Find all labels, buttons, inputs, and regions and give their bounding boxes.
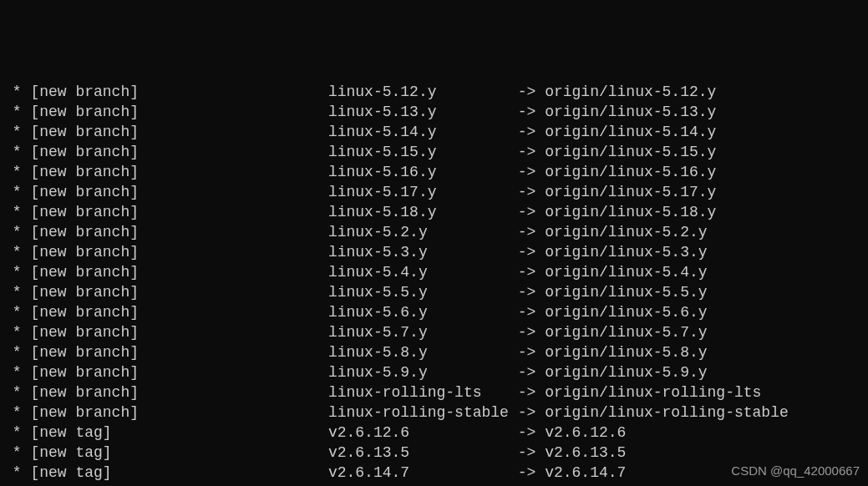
arrow-icon: ->	[518, 324, 545, 341]
output-line: * [new tag] v2.6.15.7 -> v2.6.15.7	[3, 483, 865, 486]
arrow-icon: ->	[518, 84, 545, 100]
output-line: * [new tag] v2.6.13.5 -> v2.6.13.5	[3, 443, 865, 463]
output-line: * [new branch] linux-5.13.y -> origin/li…	[3, 102, 865, 122]
ref-type: * [new branch]	[3, 144, 328, 160]
output-line: * [new branch] linux-5.18.y -> origin/li…	[3, 202, 865, 222]
output-line: * [new branch] linux-rolling-lts -> orig…	[3, 382, 865, 402]
ref-dest: origin/linux-5.2.y	[545, 224, 707, 240]
output-line: * [new branch] linux-5.14.y -> origin/li…	[3, 122, 865, 142]
ref-name: linux-5.4.y	[328, 264, 518, 281]
ref-type: * [new branch]	[3, 104, 328, 120]
ref-type: * [new branch]	[3, 364, 328, 381]
ref-name: linux-5.5.y	[328, 284, 518, 301]
ref-dest: origin/linux-5.15.y	[545, 144, 716, 160]
ref-dest: origin/linux-5.16.y	[545, 164, 716, 180]
terminal-output: * [new branch] linux-5.12.y -> origin/li…	[3, 82, 865, 486]
ref-dest: origin/linux-5.6.y	[545, 304, 707, 321]
ref-name: linux-rolling-lts	[328, 384, 518, 401]
ref-dest: origin/linux-rolling-lts	[545, 384, 761, 401]
arrow-icon: ->	[518, 384, 545, 401]
ref-name: v2.6.12.6	[328, 424, 518, 441]
ref-name: linux-5.18.y	[328, 204, 518, 220]
output-line: * [new branch] linux-5.7.y -> origin/lin…	[3, 322, 865, 342]
ref-name: linux-5.16.y	[328, 164, 518, 180]
output-line: * [new tag] v2.6.12.6 -> v2.6.12.6	[3, 423, 865, 443]
ref-dest: v2.6.13.5	[545, 444, 626, 461]
arrow-icon: ->	[518, 464, 545, 481]
ref-dest: origin/linux-5.3.y	[545, 244, 707, 261]
output-line: * [new branch] linux-5.9.y -> origin/lin…	[3, 362, 865, 382]
ref-type: * [new branch]	[3, 304, 328, 321]
arrow-icon: ->	[518, 164, 545, 180]
arrow-icon: ->	[518, 424, 545, 441]
ref-name: linux-5.3.y	[328, 244, 518, 261]
arrow-icon: ->	[518, 264, 545, 281]
arrow-icon: ->	[518, 304, 545, 321]
ref-name: linux-5.13.y	[328, 104, 518, 120]
ref-type: * [new branch]	[3, 344, 328, 361]
ref-name: linux-5.15.y	[328, 144, 518, 160]
output-line: * [new branch] linux-5.12.y -> origin/li…	[3, 82, 865, 102]
ref-dest: origin/linux-rolling-stable	[545, 404, 789, 421]
arrow-icon: ->	[518, 224, 545, 240]
ref-dest: origin/linux-5.13.y	[545, 104, 716, 120]
ref-name: linux-5.9.y	[328, 364, 518, 381]
ref-type: * [new branch]	[3, 384, 328, 401]
ref-type: * [new branch]	[3, 164, 328, 180]
arrow-icon: ->	[518, 364, 545, 381]
ref-type: * [new tag]	[3, 464, 328, 481]
ref-name: linux-5.17.y	[328, 184, 518, 200]
ref-name: linux-5.6.y	[328, 304, 518, 321]
ref-type: * [new branch]	[3, 404, 328, 421]
ref-name: linux-5.7.y	[328, 324, 518, 341]
ref-type: * [new tag]	[3, 444, 328, 461]
output-line: * [new branch] linux-rolling-stable -> o…	[3, 402, 865, 423]
ref-type: * [new branch]	[3, 324, 328, 341]
ref-name: linux-5.12.y	[328, 84, 518, 100]
arrow-icon: ->	[518, 244, 545, 261]
ref-type: * [new branch]	[3, 184, 328, 200]
ref-name: linux-5.8.y	[328, 344, 518, 361]
ref-type: * [new branch]	[3, 204, 328, 220]
ref-type: * [new branch]	[3, 284, 328, 301]
arrow-icon: ->	[518, 124, 545, 140]
arrow-icon: ->	[518, 444, 545, 461]
arrow-icon: ->	[518, 104, 545, 120]
arrow-icon: ->	[518, 144, 545, 160]
ref-dest: v2.6.12.6	[545, 424, 626, 441]
output-line: * [new branch] linux-5.6.y -> origin/lin…	[3, 302, 865, 322]
output-line: * [new branch] linux-5.15.y -> origin/li…	[3, 142, 865, 162]
ref-name: linux-rolling-stable	[328, 404, 518, 421]
ref-type: * [new branch]	[3, 244, 328, 261]
ref-dest: origin/linux-5.4.y	[545, 264, 707, 281]
ref-dest: origin/linux-5.17.y	[545, 184, 716, 200]
output-line: * [new branch] linux-5.4.y -> origin/lin…	[3, 262, 865, 282]
arrow-icon: ->	[518, 184, 545, 200]
ref-dest: origin/linux-5.5.y	[545, 284, 707, 301]
ref-dest: v2.6.14.7	[545, 464, 626, 481]
ref-dest: origin/linux-5.7.y	[545, 324, 707, 341]
ref-dest: origin/linux-5.18.y	[545, 204, 716, 220]
ref-dest: origin/linux-5.12.y	[545, 84, 716, 100]
output-line: * [new branch] linux-5.16.y -> origin/li…	[3, 162, 865, 182]
ref-name: linux-5.14.y	[328, 124, 518, 140]
ref-type: * [new tag]	[3, 424, 328, 441]
ref-type: * [new branch]	[3, 224, 328, 240]
ref-type: * [new branch]	[3, 264, 328, 281]
output-line: * [new branch] linux-5.17.y -> origin/li…	[3, 182, 865, 202]
ref-type: * [new branch]	[3, 124, 328, 140]
output-line: * [new branch] linux-5.5.y -> origin/lin…	[3, 282, 865, 302]
arrow-icon: ->	[518, 404, 545, 421]
watermark-text: CSDN @qq_42000667	[731, 461, 860, 481]
arrow-icon: ->	[518, 204, 545, 220]
ref-dest: origin/linux-5.8.y	[545, 344, 707, 361]
output-line: * [new branch] linux-5.3.y -> origin/lin…	[3, 242, 865, 262]
ref-dest: origin/linux-5.9.y	[545, 364, 707, 381]
ref-name: v2.6.13.5	[328, 444, 518, 461]
ref-type: * [new branch]	[3, 84, 328, 100]
output-line: * [new branch] linux-5.8.y -> origin/lin…	[3, 342, 865, 362]
ref-name: v2.6.14.7	[328, 464, 518, 481]
ref-dest: origin/linux-5.14.y	[545, 124, 716, 140]
arrow-icon: ->	[518, 284, 545, 301]
output-line: * [new branch] linux-5.2.y -> origin/lin…	[3, 222, 865, 242]
